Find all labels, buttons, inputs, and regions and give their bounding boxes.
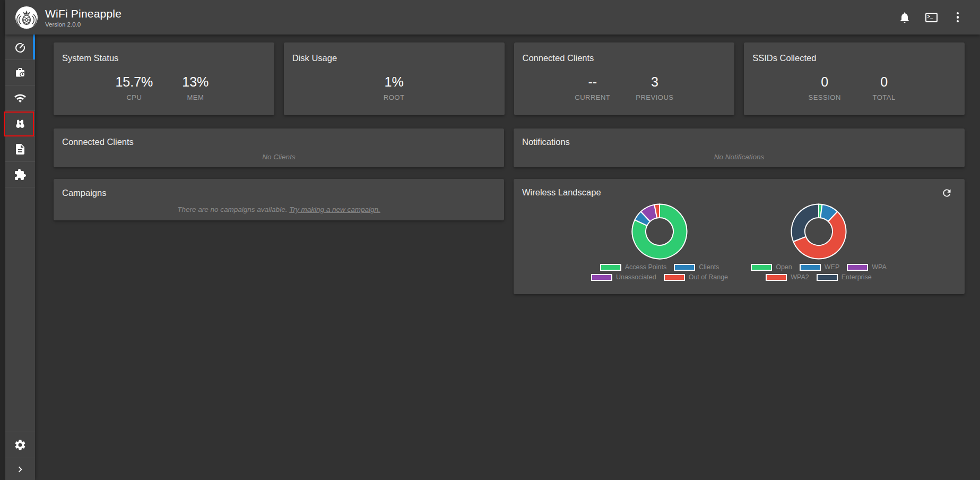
settings-gear-icon [14,439,27,451]
app-version: Version 2.0.0 [45,21,122,28]
current-clients-label: CURRENT [575,93,610,101]
modules-puzzle-icon [14,168,27,181]
legend-swatch [817,274,838,281]
legend-swatch [600,264,621,271]
card-title: Notifications [522,137,956,147]
legend-swatch [591,274,612,281]
wifi-icon [14,92,27,105]
previous-clients-value: 3 [636,75,673,89]
recon-binoculars-icon [14,117,27,130]
page-left-edge [0,0,5,480]
legend-swatch [751,264,772,271]
sidebar-item-pineap[interactable] [5,85,35,111]
card-wireless-landscape: Wireless Landscape Access PointsClientsU… [514,179,965,294]
card-title: SSIDs Collected [752,53,956,63]
overflow-menu-button[interactable] [949,9,966,26]
cpu-value: 15.7% [115,75,153,89]
sidebar-item-settings[interactable] [5,432,35,458]
main-content: System Status 15.7% CPU 13% MEM Disk Usa… [35,35,980,480]
no-campaigns-text: There are no campaigns available. [177,205,287,213]
bell-icon [898,11,911,24]
legend-label: WPA2 [791,273,809,281]
sidebar [5,35,35,480]
card-title: Connected Clients [62,137,496,147]
legend-item-wep[interactable]: WEP [800,263,839,271]
card-title: Disk Usage [292,53,496,63]
legend-swatch [800,264,821,271]
brand: WiFi Pineapple Version 2.0.0 [5,6,122,29]
session-ssids-label: SESSION [808,93,842,101]
card-title: Campaigns [62,188,496,198]
legend-label: Access Points [625,263,667,271]
legend-swatch [664,274,685,281]
total-ssids-label: TOTAL [867,93,901,101]
app-title: WiFi Pineapple [45,7,122,20]
legend-swatch [847,264,868,271]
session-ssids-value: 0 [808,75,842,89]
donut-segment-enterprise [792,204,819,242]
card-title: Wireless Landscape [522,187,956,198]
card-title: System Status [62,53,266,63]
sidebar-item-campaigns[interactable] [5,60,35,85]
more-vertical-icon [957,12,959,23]
dashboard-gauge-icon [14,41,27,54]
legend-item-open[interactable]: Open [751,263,792,271]
document-icon [14,143,27,156]
mem-value: 13% [178,75,212,89]
sidebar-item-recon[interactable] [5,111,35,136]
legend-swatch [766,274,787,281]
previous-clients-label: PREVIOUS [636,93,673,101]
card-connected-clients: Connected Clients No Clients [54,128,504,167]
legend-label: WPA [872,263,887,271]
legend-label: Clients [699,263,719,271]
sidebar-item-dashboard[interactable] [5,35,35,60]
refresh-button[interactable] [939,185,954,200]
legend-access-points: Access PointsClientsUnassociatedOut of R… [580,263,739,281]
sidebar-item-modules[interactable] [5,162,35,187]
card-campaigns: Campaigns There are no campaigns availab… [54,179,504,220]
donut-chart-security [790,202,848,261]
legend-label: Enterprise [842,273,872,281]
card-title: Connected Clients [523,53,726,63]
terminal-button[interactable]: >_ [923,9,940,26]
card-disk-usage: Disk Usage 1% ROOT [284,42,505,115]
legend-label: Open [776,263,792,271]
legend-label: Unassociated [616,273,656,281]
no-notifications-text: No Notifications [522,153,956,161]
legend-item-clients[interactable]: Clients [674,263,719,271]
root-value: 1% [377,75,411,89]
new-campaign-link[interactable]: Try making a new campaign. [289,205,380,213]
campaigns-briefcase-clock-icon [14,66,27,79]
pineapple-logo-icon [15,6,38,29]
total-ssids-value: 0 [867,75,901,89]
chevron-right-icon [14,464,26,475]
no-clients-text: No Clients [62,153,496,161]
refresh-icon [941,187,952,199]
legend-item-out-of-range[interactable]: Out of Range [664,273,728,281]
sidebar-item-logging[interactable] [5,136,35,162]
card-ssids-collected: SSIDs Collected 0 SESSION 0 TOTAL [744,42,965,115]
current-clients-value: -- [575,75,610,89]
card-system-status: System Status 15.7% CPU 13% MEM [54,42,274,115]
legend-item-enterprise[interactable]: Enterprise [817,273,872,281]
donut-chart-access-points [630,202,689,261]
legend-swatch [674,264,695,271]
legend-security: OpenWEPWPAWPA2Enterprise [739,263,898,281]
sidebar-collapse-toggle[interactable] [5,458,35,480]
legend-item-access-points[interactable]: Access Points [600,263,667,271]
topbar: WiFi Pineapple Version 2.0.0 >_ [5,0,980,35]
card-clients-summary: Connected Clients -- CURRENT 3 PREVIOUS [514,42,735,115]
mem-label: MEM [178,93,212,101]
legend-label: WEP [825,263,839,271]
card-notifications: Notifications No Notifications [514,128,965,167]
legend-item-wpa2[interactable]: WPA2 [766,273,809,281]
terminal-icon: >_ [925,13,938,22]
legend-item-wpa[interactable]: WPA [847,263,887,271]
root-label: ROOT [377,93,411,101]
legend-label: Out of Range [689,273,728,281]
notifications-bell-button[interactable] [896,9,913,26]
cpu-label: CPU [115,93,153,101]
legend-item-unassociated[interactable]: Unassociated [591,273,656,281]
